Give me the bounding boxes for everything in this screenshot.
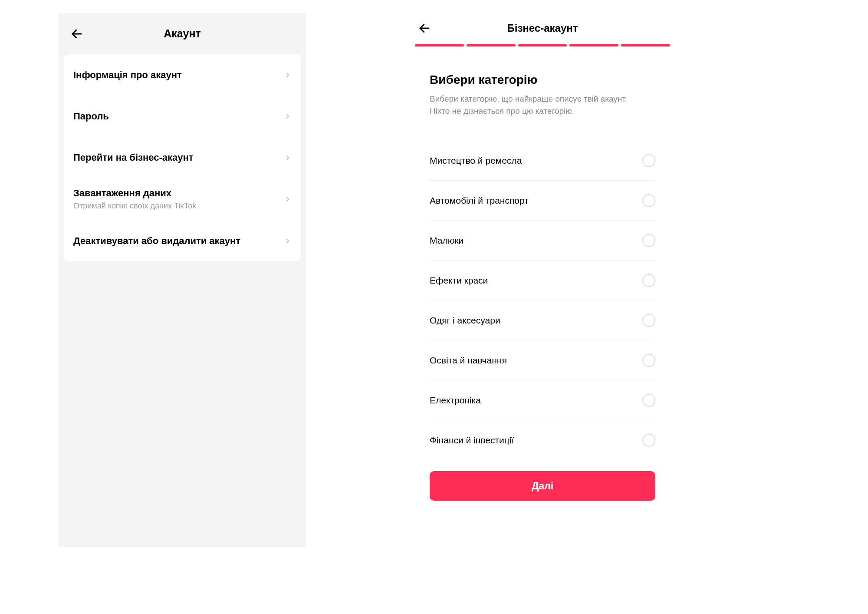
category-option-art[interactable]: Мистецтво й ремесла [430,141,655,181]
radio-unchecked-icon [642,434,655,447]
progress-bar [412,43,673,47]
category-option-beauty[interactable]: Ефекти краси [430,261,655,300]
chevron-right-icon [284,154,291,161]
progress-segment [415,44,464,46]
radio-unchecked-icon [642,274,655,287]
arrow-left-icon [70,27,83,40]
menu-item-switch-business[interactable]: Перейти на бізнес-акаунт [73,137,291,178]
account-title: Акаунт [164,27,201,40]
radio-unchecked-icon [642,354,655,367]
menu-item-account-info[interactable]: Інформація про акаунт [73,54,291,96]
next-button[interactable]: Далі [430,471,655,501]
category-label: Одяг і аксесуари [430,315,500,326]
menu-item-download-data[interactable]: Завантаження даних Отримай копію своїх д… [73,178,291,220]
category-label: Електроніка [430,395,481,406]
category-option-baby[interactable]: Малюки [430,221,655,261]
radio-unchecked-icon [642,394,655,407]
business-header: Бізнес-акаунт [412,13,673,43]
chevron-right-icon [284,196,291,203]
progress-segment [467,44,516,46]
back-button[interactable] [68,25,85,43]
menu-item-label: Деактивувати або видалити акаунт [73,235,240,247]
radio-unchecked-icon [642,154,655,167]
category-label: Ефекти краси [430,275,488,286]
category-label: Малюки [430,235,464,246]
back-button[interactable] [416,20,433,37]
category-label: Автомобілі й транспорт [430,195,529,206]
progress-segment [621,44,670,46]
account-settings-screen: Акаунт Інформація про акаунт Пароль Пере… [59,13,306,547]
menu-item-password[interactable]: Пароль [73,96,291,137]
business-title: Бізнес-акаунт [507,22,578,34]
menu-item-label: Інформація про акаунт [73,69,182,81]
radio-unchecked-icon [642,234,655,247]
chevron-right-icon [284,238,291,244]
radio-unchecked-icon [642,194,655,207]
category-option-auto[interactable]: Автомобілі й транспорт [430,181,655,221]
menu-item-sublabel: Отримай копію своїх даних TikTok [73,201,196,211]
account-header: Акаунт [59,13,306,54]
business-account-screen: Бізнес-акаунт Вибери категорію Вибери ка… [412,13,673,573]
menu-item-label: Пароль [73,111,109,122]
category-option-finance[interactable]: Фінанси й інвестиції [430,420,655,460]
category-option-education[interactable]: Освіта й навчання [430,340,655,380]
category-option-clothing[interactable]: Одяг і аксесуари [430,300,655,340]
menu-item-label: Перейти на бізнес-акаунт [73,152,194,163]
business-body: Вибери категорію Вибери категорію, що на… [412,47,673,460]
progress-segment [518,44,567,46]
category-label: Фінанси й інвестиції [430,435,514,446]
progress-segment [569,44,618,46]
choose-category-heading: Вибери категорію [430,73,655,87]
menu-item-deactivate[interactable]: Деактивувати або видалити акаунт [73,220,291,261]
account-menu-card: Інформація про акаунт Пароль Перейти на … [64,54,301,261]
category-label: Освіта й навчання [430,355,507,366]
radio-unchecked-icon [642,314,655,327]
category-option-electronics[interactable]: Електроніка [430,380,655,420]
chevron-right-icon [284,72,291,79]
next-button-label: Далі [532,480,553,492]
category-list: Мистецтво й ремесла Автомобілі й транспо… [430,141,655,460]
choose-category-description: Вибери категорію, що найкраще описує тві… [430,93,638,117]
category-label: Мистецтво й ремесла [430,155,522,166]
chevron-right-icon [284,113,291,120]
arrow-left-icon [418,22,431,35]
menu-item-label: Завантаження даних [73,188,196,199]
